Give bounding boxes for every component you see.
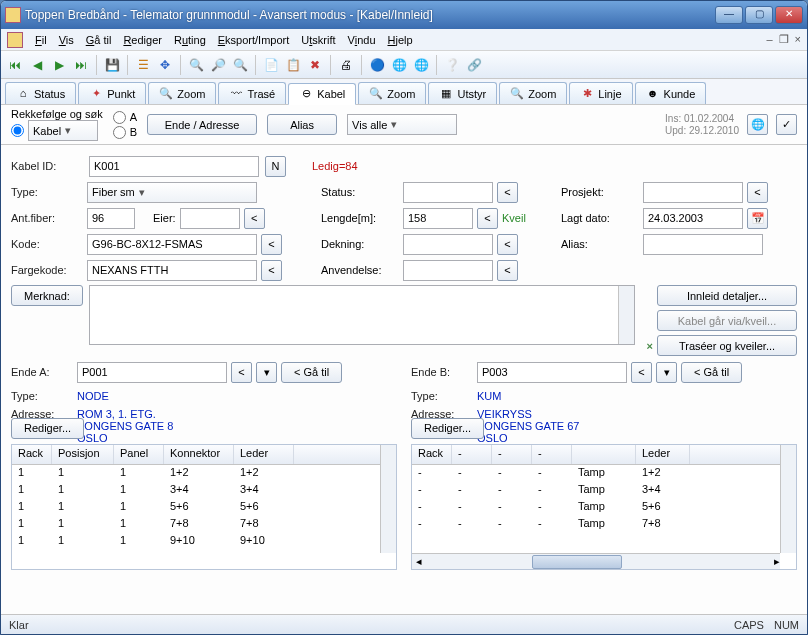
kode-browse[interactable]: < bbox=[261, 234, 282, 255]
menu-fil[interactable]: Fil bbox=[35, 34, 47, 46]
close-x-icon[interactable]: × bbox=[647, 340, 653, 352]
innleid-button[interactable]: Innleid detaljer... bbox=[657, 285, 797, 306]
tab-zoom3[interactable]: 🔍Zoom bbox=[499, 82, 567, 104]
globe1-icon[interactable]: 🌐 bbox=[389, 55, 409, 75]
col-header[interactable]: Konnektor bbox=[164, 445, 234, 464]
col-header[interactable]: Rack bbox=[12, 445, 52, 464]
print-icon[interactable]: 🖨 bbox=[336, 55, 356, 75]
check-button[interactable]: ✓ bbox=[776, 114, 797, 135]
tab-status[interactable]: ⌂Status bbox=[5, 82, 76, 104]
n-button[interactable]: N bbox=[265, 156, 286, 177]
menu-hjelp[interactable]: Hjelp bbox=[388, 34, 413, 46]
minimize-button[interactable]: — bbox=[715, 6, 743, 24]
col-header[interactable]: - bbox=[492, 445, 532, 464]
endea-rediger[interactable]: Rediger... bbox=[11, 418, 84, 439]
table-row[interactable]: 1117+87+8 bbox=[12, 516, 396, 533]
zoom-in-icon[interactable]: 🔍 bbox=[186, 55, 206, 75]
traseer-button[interactable]: Traséer og kveiler... bbox=[657, 335, 797, 356]
ende-adresse-button[interactable]: Ende / Adresse bbox=[147, 114, 257, 135]
lengde-browse[interactable]: < bbox=[477, 208, 498, 229]
save-icon[interactable]: 💾 bbox=[102, 55, 122, 75]
farge-browse[interactable]: < bbox=[261, 260, 282, 281]
table-row[interactable]: 1113+43+4 bbox=[12, 482, 396, 499]
zoom-out-icon[interactable]: 🔎 bbox=[208, 55, 228, 75]
globe-button[interactable]: 🌐 bbox=[747, 114, 768, 135]
table-row[interactable]: ----Tamp5+6 bbox=[412, 499, 796, 516]
eier-browse[interactable]: < bbox=[244, 208, 265, 229]
maximize-button[interactable]: ▢ bbox=[745, 6, 773, 24]
tab-kunde[interactable]: ☻Kunde bbox=[635, 82, 707, 104]
tab-punkt[interactable]: ✦Punkt bbox=[78, 82, 146, 104]
dekning-browse[interactable]: < bbox=[497, 234, 518, 255]
anv-browse[interactable]: < bbox=[497, 260, 518, 281]
menu-eksport[interactable]: Eksport/Import bbox=[218, 34, 290, 46]
prosjekt-browse[interactable]: < bbox=[747, 182, 768, 203]
kode-input[interactable] bbox=[87, 234, 257, 255]
doc-minimize[interactable]: – bbox=[766, 33, 772, 46]
vis-alle-combo[interactable]: Vis alle bbox=[347, 114, 457, 135]
globe2-icon[interactable]: 🌐 bbox=[411, 55, 431, 75]
endeb-input[interactable] bbox=[477, 362, 627, 383]
lengde-input[interactable] bbox=[403, 208, 473, 229]
table-row[interactable]: 1119+109+10 bbox=[12, 533, 396, 550]
menu-vindu[interactable]: Vindu bbox=[348, 34, 376, 46]
prosjekt-input[interactable] bbox=[643, 182, 743, 203]
anv-input[interactable] bbox=[403, 260, 493, 281]
close-button[interactable]: ✕ bbox=[775, 6, 803, 24]
kabelid-input[interactable] bbox=[89, 156, 259, 177]
alias-input[interactable] bbox=[643, 234, 763, 255]
table-row[interactable]: ----Tamp1+2 bbox=[412, 465, 796, 482]
eier-input[interactable] bbox=[180, 208, 240, 229]
scrollbar[interactable] bbox=[618, 286, 634, 344]
copy-icon[interactable]: 📄 bbox=[261, 55, 281, 75]
nav-last-icon[interactable]: ⏭ bbox=[71, 55, 91, 75]
endeb-goto[interactable]: < Gå til bbox=[681, 362, 742, 383]
tab-zoom2[interactable]: 🔍Zoom bbox=[358, 82, 426, 104]
tab-utstyr[interactable]: ▦Utstyr bbox=[428, 82, 497, 104]
dekning-input[interactable] bbox=[403, 234, 493, 255]
type-combo[interactable]: Fiber sm bbox=[87, 182, 257, 203]
scrollbar[interactable] bbox=[380, 445, 396, 553]
menu-ruting[interactable]: Ruting bbox=[174, 34, 206, 46]
antfiber-input[interactable] bbox=[87, 208, 135, 229]
status-input[interactable] bbox=[403, 182, 493, 203]
table-row[interactable]: 1115+65+6 bbox=[12, 499, 396, 516]
farge-input[interactable] bbox=[87, 260, 257, 281]
radio-b[interactable]: B bbox=[113, 126, 137, 139]
endeb-rediger[interactable]: Rediger... bbox=[411, 418, 484, 439]
scrollbar[interactable] bbox=[780, 445, 796, 553]
menu-vis[interactable]: Vis bbox=[59, 34, 74, 46]
endeb-browse[interactable]: < bbox=[631, 362, 652, 383]
col-header[interactable]: Leder bbox=[636, 445, 690, 464]
tab-linje[interactable]: ✱Linje bbox=[569, 82, 632, 104]
endeb-grid-header[interactable]: Rack---Leder bbox=[412, 445, 796, 465]
lagt-input[interactable] bbox=[643, 208, 743, 229]
doc-close[interactable]: × bbox=[795, 33, 801, 46]
zoom-fit-icon[interactable]: 🔍 bbox=[230, 55, 250, 75]
col-header[interactable]: - bbox=[532, 445, 572, 464]
help-icon[interactable]: ❔ bbox=[442, 55, 462, 75]
col-header[interactable]: Posisjon bbox=[52, 445, 114, 464]
calendar-button[interactable]: 📅 bbox=[747, 208, 768, 229]
table-row[interactable]: ----Tamp3+4 bbox=[412, 482, 796, 499]
menu-utskrift[interactable]: Utskrift bbox=[301, 34, 335, 46]
h-scrollbar[interactable]: ◂▸ bbox=[412, 553, 780, 569]
paste-icon[interactable]: 📋 bbox=[283, 55, 303, 75]
alias-button[interactable]: Alias bbox=[267, 114, 337, 135]
table-row[interactable]: ----Tamp7+8 bbox=[412, 516, 796, 533]
col-header[interactable]: Leder bbox=[234, 445, 294, 464]
col-header[interactable] bbox=[572, 445, 636, 464]
merknad-button[interactable]: Merknad: bbox=[11, 285, 83, 306]
col-header[interactable]: Rack bbox=[412, 445, 452, 464]
radio-kabel[interactable]: Kabel bbox=[11, 120, 98, 141]
doc-restore[interactable]: ❐ bbox=[779, 33, 789, 46]
endea-input[interactable] bbox=[77, 362, 227, 383]
endea-dropdown[interactable]: ▾ bbox=[256, 362, 277, 383]
menu-icon-btn[interactable]: ☰ bbox=[133, 55, 153, 75]
radio-a[interactable]: A bbox=[113, 111, 137, 124]
status-browse[interactable]: < bbox=[497, 182, 518, 203]
nav-next-icon[interactable]: ▶ bbox=[49, 55, 69, 75]
col-header[interactable]: Panel bbox=[114, 445, 164, 464]
link-icon[interactable]: 🔗 bbox=[464, 55, 484, 75]
merknad-textarea[interactable] bbox=[89, 285, 635, 345]
